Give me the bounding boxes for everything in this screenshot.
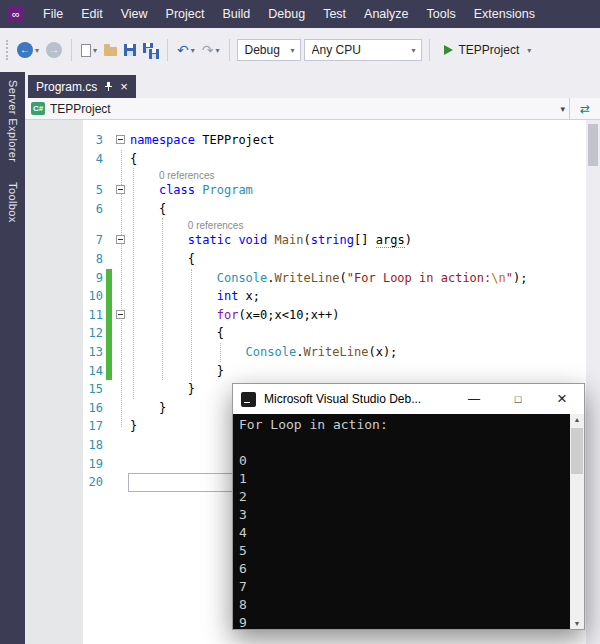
code-line[interactable]: 3namespace TEPProject [25,131,586,150]
change-tracking-bar [106,287,112,306]
toolbar-separator [229,39,230,61]
code-line[interactable]: 10 int x; [25,287,586,306]
tab-program-cs[interactable]: Program.cs × [28,75,136,98]
maximize-button[interactable]: □ [496,384,540,414]
code-line[interactable]: 14 } [25,362,586,381]
toolbar-grip[interactable] [6,40,8,60]
pin-icon[interactable] [104,82,113,92]
editor-vertical-scrollbar[interactable] [586,120,600,644]
code-line[interactable]: 6 { [25,200,586,219]
console-line: 6 [239,560,568,578]
new-file-button[interactable]: ▾ [79,38,99,62]
code-line[interactable]: 5 class Program [25,181,586,200]
project-dropdown[interactable]: TEPProject [50,102,111,116]
line-number: 3 [53,131,103,150]
menu-item-tools[interactable]: Tools [418,0,465,28]
navbar-toggle-icon[interactable]: ⇄ [580,102,590,116]
code-text: { [130,324,224,343]
redo-button[interactable]: ↷ ▾ [200,38,222,62]
console-lines: For Loop in action:0123456789 [239,416,568,629]
menu-item-project[interactable]: Project [157,0,214,28]
undo-button[interactable]: ↶ ▾ [175,38,197,62]
code-text: { [130,250,195,269]
change-tracking-bar [106,324,112,343]
menu-item-analyze[interactable]: Analyze [355,0,417,28]
solution-configuration-dropdown[interactable]: Debug ▾ [237,39,301,61]
code-line[interactable]: 12 { [25,324,586,343]
dropdown-caret-icon: ▾ [216,46,220,55]
debug-console-window[interactable]: Microsoft Visual Studio Deb... — □ × For… [232,383,585,630]
console-line: 0 [239,452,568,470]
line-number: 20 [53,473,103,492]
console-line: 8 [239,596,568,614]
start-debugging-button[interactable]: TEPProject ▾ [437,38,539,62]
sidebar-tab-toolbox[interactable]: Toolbox [7,182,19,223]
save-button[interactable] [122,38,138,62]
code-line[interactable]: 9 Console.WriteLine("For Loop in action:… [25,269,586,288]
open-file-button[interactable] [102,38,119,62]
menu-item-extensions[interactable]: Extensions [465,0,544,28]
menu-item-view[interactable]: View [112,0,157,28]
scrollbar-thumb[interactable] [571,428,583,474]
document-tab-strip: Program.cs × [25,72,600,98]
solution-platform-dropdown[interactable]: Any CPU ▾ [304,39,422,61]
menu-item-file[interactable]: File [34,0,72,28]
code-text: for(x=0;x<10;x++) [130,306,340,325]
console-output-area: For Loop in action:0123456789 ▲ ▼ [233,414,584,629]
close-button[interactable]: × [540,384,584,414]
visual-studio-window: ∞ FileEditViewProjectBuildDebugTestAnaly… [0,0,600,644]
console-line: 3 [239,506,568,524]
scroll-down-icon[interactable]: ▼ [570,620,584,627]
start-debugging-label: TEPProject [459,43,520,57]
fold-toggle-icon[interactable] [116,185,125,194]
code-line[interactable]: 13 Console.WriteLine(x); [25,343,586,362]
save-all-icon [143,43,158,58]
line-number: 7 [53,231,103,250]
code-line[interactable]: 4{ [25,150,586,169]
activity-sidebar: Server Explorer Toolbox [0,72,25,644]
code-text: { [130,200,166,219]
fold-toggle-icon[interactable] [116,310,125,319]
minimize-button[interactable]: — [452,384,496,414]
code-text: } [130,417,137,436]
console-title-bar[interactable]: Microsoft Visual Studio Deb... — □ × [233,384,584,414]
menu-item-debug[interactable]: Debug [259,0,314,28]
code-text: } [130,380,195,399]
fold-toggle-icon[interactable] [116,135,125,144]
navigate-forward-button[interactable]: → [44,38,64,62]
code-line[interactable]: 7 static void Main(string[] args) [25,231,586,250]
line-number: 18 [53,436,103,455]
code-line[interactable]: 11 for(x=0;x<10;x++) [25,306,586,325]
dropdown-caret-icon: ▾ [35,46,39,55]
play-icon [444,45,453,55]
navigate-back-button[interactable]: ← ▾ [15,38,41,62]
change-tracking-bar [106,343,112,362]
console-line: 5 [239,542,568,560]
console-line: 2 [239,488,568,506]
save-all-button[interactable] [141,38,160,62]
code-text: } [130,399,166,418]
line-number: 9 [53,269,103,288]
tab-label: Program.cs [36,80,97,94]
chevron-down-icon[interactable]: ▾ [560,104,565,114]
console-line: For Loop in action: [239,416,568,434]
menu-item-build[interactable]: Build [213,0,259,28]
back-arrow-icon: ← [17,42,33,58]
code-line[interactable]: 8 { [25,250,586,269]
menu-item-edit[interactable]: Edit [72,0,112,28]
console-line [239,434,568,452]
change-tracking-bar [106,269,112,288]
toolbar: ← ▾ → ▾ ↶ ▾ ↷ ▾ [0,28,600,72]
scroll-up-icon[interactable]: ▲ [570,416,584,423]
sidebar-tab-server-explorer[interactable]: Server Explorer [7,80,19,162]
line-number: 15 [53,380,103,399]
close-icon[interactable]: × [120,80,128,93]
scrollbar-thumb[interactable] [588,124,598,166]
code-text: } [130,362,224,381]
redo-icon: ↷ [202,40,214,60]
line-number: 13 [53,343,103,362]
line-number: 16 [53,399,103,418]
fold-toggle-icon[interactable] [116,235,125,244]
menu-item-test[interactable]: Test [314,0,355,28]
console-scrollbar[interactable]: ▲ ▼ [570,414,584,629]
